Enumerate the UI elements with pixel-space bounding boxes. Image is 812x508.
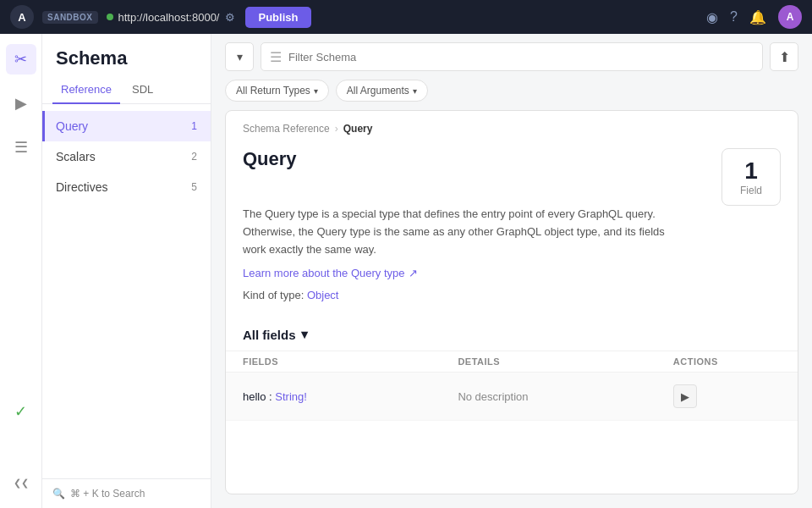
pills-row: All Return Types ▾ All Arguments ▾	[211, 80, 812, 110]
query-description: The Query type is a special type that de…	[243, 206, 666, 258]
breadcrumb: Schema Reference › Query	[226, 111, 798, 135]
col-actions: ACTIONS	[673, 356, 781, 367]
icon-sidebar: ✂ ▶ ☰ ✓ ❮❮	[0, 34, 42, 508]
content-area: ▾ ☰ ⬆ All Return Types ▾ All Arguments ▾…	[211, 34, 812, 508]
sidebar-search[interactable]: 🔍 ⌘ + K to Search	[42, 478, 211, 508]
kind-label: Kind of type:	[243, 289, 304, 301]
breadcrumb-parent: Schema Reference	[243, 123, 330, 135]
field-count-number: 1	[739, 157, 763, 185]
sidebar-item-scalars-label: Scalars	[56, 150, 96, 163]
col-details: DETAILS	[458, 356, 672, 367]
kind-value: Object	[307, 289, 339, 301]
sidebar-icon-check[interactable]: ✓	[6, 396, 36, 427]
query-detail: Query 1 Field The Query type is a specia…	[226, 135, 798, 315]
field-action-button[interactable]: ▶	[673, 384, 697, 408]
tab-reference[interactable]: Reference	[52, 76, 120, 104]
sidebar-expand-icon[interactable]: ❮❮	[6, 467, 36, 498]
field-type: String!	[275, 390, 307, 403]
all-fields-chevron-icon: ▾	[301, 327, 308, 342]
topbar: A SANDBOX http://localhost:8000/ ⚙ Publi…	[0, 0, 812, 34]
sidebar-item-directives-label: Directives	[56, 180, 107, 194]
sidebar-item-query[interactable]: Query 1	[42, 111, 211, 141]
col-fields: FIELDS	[243, 356, 458, 367]
sidebar-nav: Query 1 Scalars 2 Directives 5	[42, 104, 211, 209]
gear-button[interactable]: ⚙	[225, 11, 235, 24]
sidebar-item-scalars[interactable]: Scalars 2	[42, 141, 211, 172]
learn-more-text: Learn more about the Query type	[243, 267, 405, 279]
filter-bar: ▾ ☰ ⬆	[211, 34, 812, 80]
filter-dropdown-button[interactable]: ▾	[225, 42, 254, 71]
logo: A	[10, 5, 34, 29]
filter-icon: ☰	[270, 49, 282, 65]
share-button[interactable]: ⬆	[770, 42, 798, 71]
help-icon[interactable]: ?	[730, 9, 738, 25]
all-fields-header[interactable]: All fields ▾	[226, 315, 798, 351]
all-fields-label: All fields	[243, 328, 296, 342]
detail-panel: Schema Reference › Query Query 1 Field T…	[225, 110, 798, 494]
pill-return-types[interactable]: All Return Types ▾	[225, 80, 329, 102]
kind-row: Kind of type: Object	[243, 289, 781, 301]
pill-arguments-label: All Arguments	[347, 85, 409, 97]
tab-sdl[interactable]: SDL	[123, 76, 162, 104]
fields-table: FIELDS DETAILS ACTIONS hello : String! N…	[226, 351, 798, 421]
url-bar: http://localhost:8000/ ⚙	[107, 11, 235, 24]
field-actions: ▶	[673, 384, 781, 408]
sidebar-item-scalars-count: 2	[191, 151, 197, 163]
query-title-row: Query 1 Field	[243, 148, 781, 206]
field-name-text: hello	[243, 390, 266, 403]
publish-button[interactable]: Publish	[245, 7, 312, 28]
field-count-box: 1 Field	[721, 148, 781, 206]
search-label: ⌘ + K to Search	[70, 488, 145, 500]
url-text: http://localhost:8000/	[118, 11, 220, 24]
sidebar-icon-play[interactable]: ▶	[6, 88, 36, 119]
search-icon: 🔍	[52, 488, 65, 500]
schema-tabs: Reference SDL	[42, 76, 211, 104]
field-description: No description	[458, 390, 672, 403]
main-layout: ✂ ▶ ☰ ✓ ❮❮ Schema Reference SDL Query 1 …	[0, 34, 812, 508]
table-row: hello : String! No description ▶	[226, 373, 798, 421]
connection-status-dot	[107, 14, 113, 20]
apollo-icon[interactable]: ◉	[706, 9, 718, 25]
sidebar-item-query-count: 1	[191, 120, 197, 132]
query-title: Query	[243, 148, 297, 170]
pill-arguments[interactable]: All Arguments ▾	[336, 80, 428, 102]
pill-arguments-chevron: ▾	[413, 86, 417, 96]
sandbox-badge: SANDBOX	[42, 11, 98, 24]
breadcrumb-separator: ›	[335, 123, 338, 135]
schema-sidebar: Schema Reference SDL Query 1 Scalars 2 D…	[42, 34, 211, 508]
filter-input[interactable]	[288, 51, 754, 64]
sidebar-icon-scissors[interactable]: ✂	[6, 44, 36, 75]
topbar-right: ◉ ? 🔔 A	[706, 5, 802, 29]
external-link-icon: ↗	[409, 267, 418, 279]
field-count-label: Field	[739, 185, 763, 196]
sidebar-icon-document[interactable]: ☰	[6, 132, 36, 163]
sidebar-item-directives-count: 5	[191, 181, 197, 193]
schema-title: Schema	[42, 34, 211, 76]
breadcrumb-current: Query	[343, 123, 373, 135]
field-colon: :	[266, 390, 275, 403]
notification-icon[interactable]: 🔔	[749, 9, 766, 25]
learn-more-link[interactable]: Learn more about the Query type ↗	[243, 267, 418, 279]
filter-input-wrap: ☰	[261, 42, 763, 71]
avatar[interactable]: A	[778, 5, 802, 29]
fields-table-header: FIELDS DETAILS ACTIONS	[226, 351, 798, 373]
sidebar-item-query-label: Query	[56, 119, 88, 133]
sidebar-item-directives[interactable]: Directives 5	[42, 172, 211, 202]
field-name: hello : String!	[243, 390, 458, 403]
pill-return-types-chevron: ▾	[314, 86, 318, 96]
pill-return-types-label: All Return Types	[236, 85, 310, 97]
